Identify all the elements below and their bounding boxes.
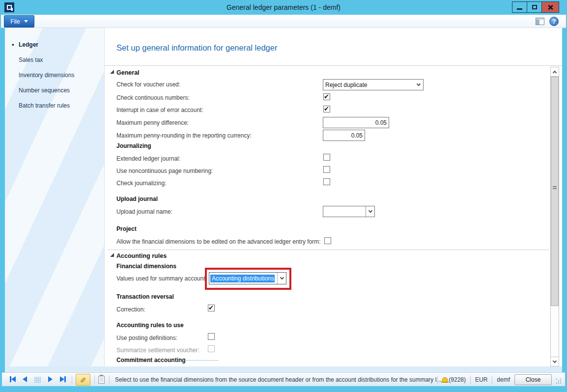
minimize-icon bbox=[517, 8, 522, 10]
correction-label: Correction: bbox=[116, 306, 145, 313]
use-noncontinuous-page-numbering-checkbox[interactable] bbox=[323, 166, 330, 173]
active-bullet-icon: • bbox=[12, 41, 14, 48]
chevron-down-icon bbox=[553, 359, 557, 363]
statusbar-separator bbox=[492, 375, 492, 384]
upload-journal-name-label: Upload journal name: bbox=[116, 208, 172, 215]
maximum-penny-rounding-label: Maximum penny-rounding in the reporting … bbox=[116, 132, 252, 139]
go-to-first-record-button[interactable] bbox=[10, 376, 16, 382]
notifications-indicator[interactable]: (9228) bbox=[442, 376, 466, 383]
correction-checkbox[interactable] bbox=[208, 305, 215, 311]
close-button-label: Close bbox=[526, 376, 541, 383]
use-posting-definitions-checkbox[interactable] bbox=[208, 333, 215, 340]
vertical-scrollbar[interactable] bbox=[550, 67, 559, 366]
transaction-reversal-group-title: Transaction reversal bbox=[116, 293, 174, 300]
interrupt-error-account-checkbox[interactable] bbox=[323, 106, 330, 112]
check-for-voucher-used-select[interactable]: Reject duplicate bbox=[323, 79, 424, 90]
status-help-text: Select to use the financial dimensions f… bbox=[115, 373, 441, 387]
close-window-button[interactable] bbox=[541, 1, 559, 13]
chevron-down-icon[interactable] bbox=[366, 206, 374, 217]
scroll-down-button[interactable] bbox=[551, 357, 559, 366]
check-for-voucher-used-label: Check for voucher used: bbox=[116, 81, 180, 88]
chevron-up-icon bbox=[553, 70, 557, 74]
summarize-settlement-voucher-checkbox bbox=[208, 345, 215, 352]
scrollbar-thumb[interactable] bbox=[551, 77, 559, 306]
upload-journal-group-title: Upload journal bbox=[116, 196, 158, 202]
sidebar-item-label: Number sequences bbox=[19, 87, 70, 94]
minimize-button[interactable] bbox=[512, 1, 527, 13]
collapse-arrow-icon[interactable] bbox=[110, 253, 114, 257]
general-ledger-parameters-window: General ledger parameters (1 - demf) Fil… bbox=[0, 0, 567, 392]
section-general-title: General bbox=[116, 69, 140, 76]
sidebar-item-sales-tax[interactable]: Sales tax bbox=[19, 56, 43, 63]
commitment-accounting-group-title: Commitment accounting bbox=[116, 357, 186, 364]
statusbar-separator bbox=[72, 375, 72, 384]
go-to-last-record-button[interactable] bbox=[60, 376, 66, 382]
check-continuous-numbers-checkbox[interactable] bbox=[323, 93, 330, 100]
sidebar-item-label: Sales tax bbox=[19, 56, 43, 63]
select-value: Reject duplicate bbox=[323, 82, 414, 88]
edit-record-button[interactable]: ✎ bbox=[76, 374, 90, 386]
bell-icon bbox=[442, 377, 448, 382]
annotation-highlight bbox=[205, 268, 291, 290]
go-to-next-record-button[interactable] bbox=[48, 376, 53, 382]
extended-ledger-journal-checkbox[interactable] bbox=[323, 154, 330, 161]
currency-indicator[interactable]: EUR bbox=[475, 376, 487, 383]
group-title-rule bbox=[185, 360, 219, 361]
allow-financial-dimensions-label: Allow the financial dimensions to be edi… bbox=[116, 238, 321, 245]
journalizing-group-title: Journalizing bbox=[116, 142, 151, 149]
section-divider bbox=[108, 250, 549, 250]
statusbar-separator bbox=[437, 375, 438, 384]
use-noncontinuous-page-numbering-label: Use noncontinuous page numbering: bbox=[116, 168, 213, 174]
sidebar-item-ledger[interactable]: • Ledger bbox=[19, 41, 38, 48]
use-posting-definitions-label: Use posting definitions: bbox=[116, 335, 177, 341]
summarize-settlement-voucher-label: Summarize settlement voucher: bbox=[116, 347, 199, 354]
page-title: Set up general information for general l… bbox=[116, 43, 277, 53]
financial-dimensions-group-title: Financial dimensions bbox=[116, 263, 176, 270]
scroll-up-button[interactable] bbox=[551, 67, 559, 77]
notification-count: (9228) bbox=[449, 376, 466, 383]
grid-view-icon bbox=[34, 377, 41, 383]
navigation-sidebar: • Ledger Sales tax Inventory dimensions … bbox=[5, 28, 105, 366]
sidebar-item-inventory-dimensions[interactable]: Inventory dimensions bbox=[19, 72, 74, 79]
accounting-rules-to-use-group-title: Accounting rules to use bbox=[116, 322, 184, 329]
sidebar-item-label: Ledger bbox=[19, 41, 38, 48]
statusbar-separator bbox=[109, 375, 110, 384]
extended-ledger-journal-label: Extended ledger journal: bbox=[116, 155, 180, 162]
status-bar: ✎ Select to use the financial dimensions… bbox=[2, 372, 565, 386]
menu-toolbar: File ? bbox=[1, 15, 566, 28]
file-menu-button[interactable]: File bbox=[4, 15, 34, 28]
allow-financial-dimensions-checkbox[interactable] bbox=[324, 237, 331, 244]
sidebar-item-batch-transfer-rules[interactable]: Batch transfer rules bbox=[19, 102, 70, 109]
check-journalizing-checkbox[interactable] bbox=[323, 178, 330, 185]
file-menu-label: File bbox=[10, 18, 20, 25]
content-bottom-strip bbox=[5, 366, 562, 372]
maximize-icon bbox=[532, 5, 537, 9]
maximum-penny-difference-input[interactable] bbox=[323, 117, 389, 128]
resize-grip[interactable] bbox=[556, 379, 562, 385]
window-layout-icon[interactable] bbox=[536, 18, 544, 25]
close-icon bbox=[547, 4, 553, 10]
statusbar-separator bbox=[94, 375, 95, 384]
maximize-button[interactable] bbox=[527, 1, 542, 13]
project-group-title: Project bbox=[116, 225, 137, 232]
sidebar-item-label: Inventory dimensions bbox=[19, 72, 74, 79]
help-icon[interactable]: ? bbox=[549, 17, 559, 26]
maximum-penny-difference-label: Maximum penny difference: bbox=[116, 119, 189, 126]
window-title: General ledger parameters (1 - demf) bbox=[0, 0, 567, 15]
heading-divider bbox=[105, 65, 562, 66]
go-to-previous-record-button[interactable] bbox=[23, 376, 27, 382]
upload-journal-name-combobox[interactable] bbox=[323, 206, 375, 217]
company-indicator[interactable]: demf bbox=[497, 376, 510, 383]
values-summary-account-label: Values used for summary account: bbox=[116, 275, 207, 282]
collapse-arrow-icon[interactable] bbox=[110, 70, 114, 74]
statusbar-separator bbox=[470, 375, 471, 384]
pencil-icon: ✎ bbox=[79, 377, 86, 383]
close-button[interactable]: Close bbox=[514, 374, 552, 385]
scrollbar-grip-icon bbox=[553, 186, 557, 190]
parameters-content-pane: Set up general information for general l… bbox=[105, 28, 562, 366]
clipboard-icon[interactable] bbox=[98, 376, 105, 384]
window-titlebar: General ledger parameters (1 - demf) bbox=[0, 0, 567, 15]
maximum-penny-rounding-input[interactable] bbox=[323, 130, 365, 141]
sidebar-item-number-sequences[interactable]: Number sequences bbox=[19, 87, 70, 94]
chevron-down-icon bbox=[414, 80, 423, 90]
